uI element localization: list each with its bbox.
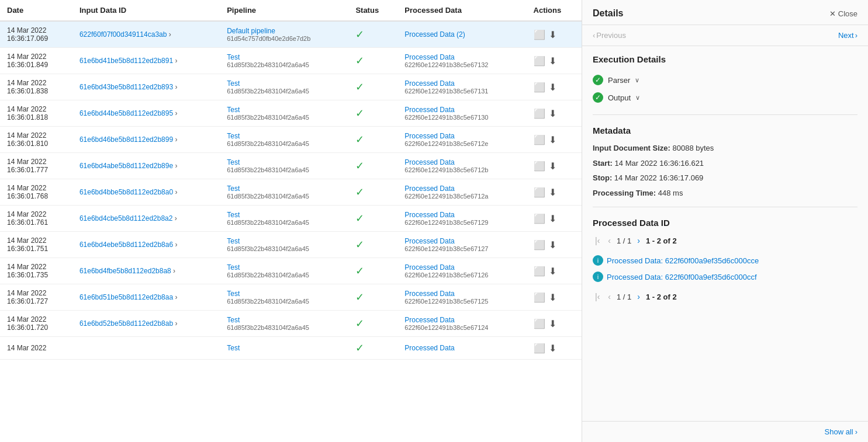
processed-data-link[interactable]: Processed Data — [404, 132, 519, 140]
prev-page-top-btn[interactable]: ‹ — [606, 235, 613, 246]
view-icon[interactable]: ⬜ — [534, 343, 545, 354]
input-doc-size-label: Input Document Size: — [593, 144, 670, 152]
output-expand-icon[interactable]: ∨ — [635, 94, 640, 102]
processed-data-link[interactable]: Processed Data — [404, 79, 519, 88]
processed-data-link[interactable]: Processed Data — [404, 211, 519, 219]
processed-data-link[interactable]: Processed Data — [404, 158, 519, 166]
download-icon[interactable]: ⬇ — [549, 29, 556, 40]
download-icon[interactable]: ⬇ — [549, 187, 556, 198]
view-icon[interactable]: ⬜ — [534, 187, 545, 198]
prev-button[interactable]: ‹ Previous — [593, 31, 626, 40]
date-line2: 16:36:01.810 — [7, 140, 65, 148]
processed-data-link[interactable]: Processed Data — [404, 290, 519, 298]
pipeline-name-link[interactable]: Test — [227, 344, 240, 352]
input-id-link[interactable]: 61e6bd44be5b8d112ed2b895 — [79, 109, 173, 117]
input-id-link[interactable]: 61e6bd52be5b8d112ed2b8ab — [79, 319, 173, 328]
download-icon[interactable]: ⬇ — [549, 239, 556, 250]
input-id-link[interactable]: 622f60f07f00d349114ca3ab — [79, 30, 167, 39]
processed-data-id: 622f60e122491b38c5e67132 — [404, 61, 519, 68]
pagination-bottom: |‹ ‹ 1 / 1 › 1 - 2 of 2 — [593, 291, 857, 302]
input-id-link[interactable]: 61e6bd43be5b8d112ed2b893 — [79, 83, 173, 91]
pipeline-id: 61d85f3b22b483104f2a6a45 — [227, 88, 341, 95]
download-icon[interactable]: ⬇ — [549, 82, 556, 93]
close-icon: ✕ — [829, 9, 836, 18]
table-row: 14 Mar 202216:36:01.810 — [0, 127, 72, 153]
processed-data-link[interactable]: Processed Data (2) — [404, 30, 519, 39]
view-icon[interactable]: ⬜ — [534, 161, 545, 172]
pipeline-name-link[interactable]: Test — [227, 316, 240, 324]
download-icon[interactable]: ⬇ — [549, 318, 556, 329]
pipeline-name-link[interactable]: Default pipeline — [227, 27, 275, 35]
first-page-top-btn[interactable]: |‹ — [593, 235, 602, 246]
processed-data-link[interactable]: Processed Data — [404, 185, 519, 193]
view-icon[interactable]: ⬜ — [534, 292, 545, 303]
pipeline-name-link[interactable]: Test — [227, 132, 240, 140]
view-icon[interactable]: ⬜ — [534, 266, 545, 277]
view-icon[interactable]: ⬜ — [534, 29, 545, 40]
show-all-chevron-icon: › — [855, 427, 857, 436]
pipeline-name-link[interactable]: Test — [227, 290, 240, 298]
table-row: 14 Mar 202216:36:01.720 — [0, 311, 72, 337]
download-icon[interactable]: ⬇ — [549, 343, 556, 354]
processed-data-link[interactable]: Processed Data — [404, 344, 519, 352]
execution-output-item: ✓ Output ∨ — [593, 89, 857, 106]
pipeline-name-link[interactable]: Test — [227, 158, 240, 166]
processed-data-id: 622f60e122491b38c5e67124 — [404, 324, 519, 331]
next-button[interactable]: Next › — [838, 31, 857, 40]
view-icon[interactable]: ⬜ — [534, 82, 545, 93]
status-icon: ✓ — [355, 186, 364, 198]
next-page-bottom-btn[interactable]: › — [635, 291, 642, 302]
input-id-link[interactable]: 61e6bd4bbe5b8d112ed2b8a0 — [79, 188, 173, 196]
pipeline-name-link[interactable]: Test — [227, 263, 240, 272]
processed-data-link[interactable]: Processed Data — [404, 237, 519, 245]
view-icon[interactable]: ⬜ — [534, 134, 545, 145]
download-icon[interactable]: ⬇ — [549, 161, 556, 172]
date-line1: 14 Mar 2022 — [7, 210, 65, 218]
parser-expand-icon[interactable]: ∨ — [635, 76, 639, 84]
view-icon[interactable]: ⬜ — [534, 213, 545, 224]
pipeline-id: 61d85f3b22b483104f2a6a45 — [227, 114, 341, 121]
download-icon[interactable]: ⬇ — [549, 266, 556, 277]
download-icon[interactable]: ⬇ — [549, 213, 556, 224]
next-page-top-btn[interactable]: › — [635, 235, 642, 246]
processed-data-item-1[interactable]: i Processed Data: 622f60f00a9ef35d6c000c… — [593, 252, 857, 269]
download-icon[interactable]: ⬇ — [549, 292, 556, 303]
processed-data-link[interactable]: Processed Data — [404, 316, 519, 324]
download-icon[interactable]: ⬇ — [549, 108, 556, 119]
show-all-button[interactable]: Show all › — [825, 427, 857, 436]
prev-page-bottom-btn[interactable]: ‹ — [606, 291, 613, 302]
input-id-link[interactable]: 61e6bd51be5b8d112ed2b8aa — [79, 293, 173, 301]
view-icon[interactable]: ⬜ — [534, 239, 545, 250]
processed-data-id: 622f60e122491b38c5e6712e — [404, 140, 519, 147]
execution-details-title: Execution Details — [593, 54, 857, 64]
view-icon[interactable]: ⬜ — [534, 318, 545, 329]
close-button[interactable]: ✕ Close — [829, 9, 857, 18]
input-id-link[interactable]: 61e6bd4abe5b8d112ed2b89e — [79, 162, 173, 170]
input-id-link[interactable]: 61e6bd41be5b8d112ed2b891 — [79, 57, 173, 65]
show-all-label: Show all — [825, 427, 853, 436]
processed-data-link[interactable]: Processed Data — [404, 106, 519, 114]
divider-1 — [593, 114, 857, 115]
pipeline-name-link[interactable]: Test — [227, 53, 240, 61]
processed-data-item-2[interactable]: i Processed Data: 622f60f00a9ef35d6c000c… — [593, 269, 857, 285]
view-icon[interactable]: ⬜ — [534, 55, 545, 67]
input-id-link[interactable]: 61e6bd4fbe5b8d112ed2b8a8 — [79, 267, 171, 275]
processed-data-link[interactable]: Processed Data — [404, 53, 519, 61]
pipeline-name-link[interactable]: Test — [227, 211, 240, 219]
download-icon[interactable]: ⬇ — [549, 134, 556, 145]
view-icon[interactable]: ⬜ — [534, 108, 545, 119]
pipeline-name-link[interactable]: Test — [227, 237, 240, 245]
first-page-bottom-btn[interactable]: |‹ — [593, 291, 602, 302]
pipeline-name-link[interactable]: Test — [227, 185, 240, 193]
input-id-link[interactable]: 61e6bd4cbe5b8d112ed2b8a2 — [79, 214, 173, 222]
download-icon[interactable]: ⬇ — [549, 55, 556, 67]
input-id-link[interactable]: 61e6bd4ebe5b8d112ed2b8a6 — [79, 241, 173, 249]
processing-time-row: Processing Time: 448 ms — [593, 187, 857, 199]
pipeline-name-link[interactable]: Test — [227, 79, 240, 88]
input-id-link[interactable]: 61e6bd46be5b8d112ed2b899 — [79, 135, 173, 144]
date-line2: 16:36:01.720 — [7, 323, 65, 332]
processed-data-link[interactable]: Processed Data — [404, 263, 519, 272]
pipeline-name-link[interactable]: Test — [227, 106, 240, 114]
date-line2: 16:36:01.727 — [7, 297, 65, 305]
date-line1: 14 Mar 2022 — [7, 263, 65, 271]
